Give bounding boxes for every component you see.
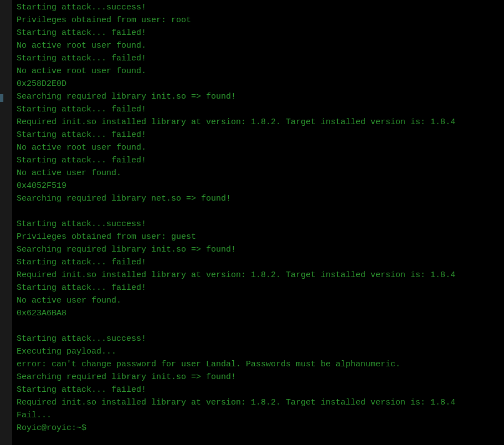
terminal-line: Starting attack... failed! [17,103,500,116]
terminal-line: 0x4052F519 [17,180,500,192]
terminal-line: Starting attack... failed! [17,129,500,141]
terminal-line: Starting attack... failed! [17,27,500,39]
terminal-line: Starting attack...success! [17,1,500,14]
terminal-line: No active user found. [17,294,500,307]
terminal-line: No active root user found. [17,65,500,78]
terminal-line: Executing payload... [17,345,500,358]
terminal-line: 0x258D2E0D [17,78,500,90]
terminal-window[interactable]: Starting attack...success!Privileges obt… [12,0,504,445]
terminal-line: Starting attack... failed! [17,154,500,167]
terminal-line: Searching required library init.so => fo… [17,371,500,383]
terminal-line: Starting attack... failed! [17,383,500,396]
terminal-line: Starting attack... failed! [17,282,500,294]
terminal-line: Required init.so installed library at ve… [17,116,500,129]
terminal-line: error: can't change password for user La… [17,358,500,371]
terminal-line: No active root user found. [17,141,500,154]
terminal-line: Searching required library init.so => fo… [17,243,500,256]
terminal-line: No active root user found. [17,39,500,52]
left-accent-marker [0,94,3,102]
terminal-output: Starting attack...success!Privileges obt… [17,1,500,422]
terminal-line: Required init.so installed library at ve… [17,269,500,282]
terminal-line: Starting attack...success! [17,218,500,231]
terminal-line: Privileges obtained from user: root [17,14,500,27]
terminal-line: Required init.so installed library at ve… [17,396,500,409]
terminal-line: Starting attack...success! [17,333,500,345]
terminal-prompt[interactable]: Royic@royic:~$ [17,422,500,434]
terminal-line: 0x623A6BA8 [17,307,500,320]
terminal-line: Searching required library net.so => fou… [17,192,500,205]
window-left-edge [0,0,12,445]
terminal-line: Searching required library init.so => fo… [17,90,500,103]
terminal-line: Fail... [17,409,500,422]
terminal-line: Starting attack... failed! [17,256,500,269]
terminal-line: Privileges obtained from user: guest [17,231,500,243]
terminal-line: No active user found. [17,167,500,180]
terminal-line: Starting attack... failed! [17,52,500,65]
terminal-line [17,320,500,333]
terminal-line [17,205,500,218]
